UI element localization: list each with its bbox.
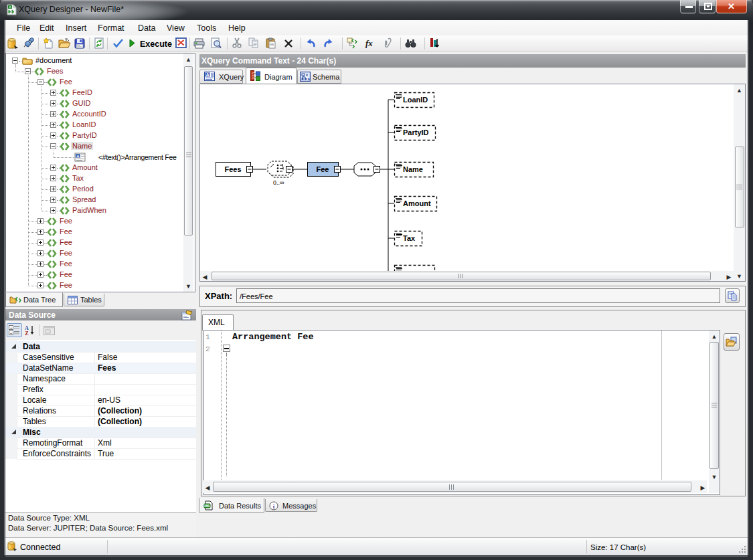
svg-text:Fee: Fee <box>317 165 329 173</box>
svg-text:A: A <box>76 155 80 159</box>
svg-text:+: + <box>10 326 13 330</box>
svg-text:XSD: XSD <box>252 72 256 79</box>
svg-text:fx: fx <box>365 38 373 48</box>
svg-text:XML: XML <box>204 504 211 508</box>
svg-text:Amount: Amount <box>403 199 431 207</box>
svg-text:PartyID: PartyID <box>403 128 429 136</box>
svg-text:Execute: Execute <box>140 39 172 49</box>
svg-text:LoanID: LoanID <box>403 96 428 104</box>
svg-text:A: A <box>206 72 210 77</box>
svg-text:+: + <box>10 331 13 335</box>
svg-text:Name: Name <box>403 165 423 173</box>
svg-text:Z: Z <box>25 331 28 336</box>
svg-text:Tax: Tax <box>403 234 416 242</box>
svg-text:0..∞: 0..∞ <box>273 179 284 186</box>
svg-text:Fees: Fees <box>224 165 241 173</box>
